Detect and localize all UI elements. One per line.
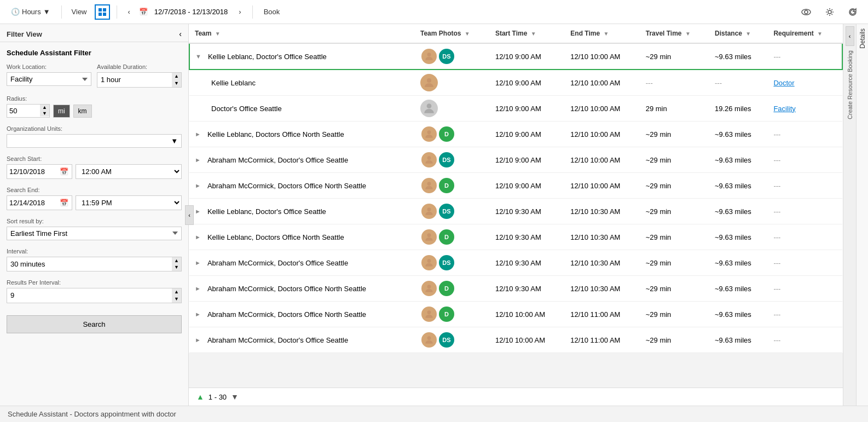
team-name: Abraham McCormick, Doctor's Office Seatt… bbox=[207, 156, 348, 164]
expand-icon[interactable]: ► bbox=[195, 285, 201, 292]
travel-time-cell: ~29 min bbox=[640, 327, 709, 353]
radius-up[interactable]: ▲ bbox=[40, 105, 49, 111]
search-start-calendar-icon[interactable]: 📅 bbox=[56, 166, 72, 177]
table-row[interactable]: ► Abraham McCormick, Doctor's Office Sea… bbox=[189, 147, 842, 173]
table-row[interactable]: ► Abraham McCormick, Doctors Office Nort… bbox=[189, 276, 842, 302]
avatar-person bbox=[420, 254, 438, 271]
duration-down[interactable]: ▼ bbox=[172, 80, 181, 87]
radius-row: ▲ ▼ mi km bbox=[7, 104, 182, 118]
pagination-up-icon[interactable]: ▲ bbox=[196, 392, 204, 401]
start-time-cell: 12/10 9:00 AM bbox=[490, 96, 565, 122]
expand-icon[interactable]: ► bbox=[195, 234, 201, 240]
start-time-cell: 12/10 9:30 AM bbox=[490, 250, 565, 276]
expand-icon[interactable]: ► bbox=[195, 157, 201, 163]
work-location-select[interactable]: Facility bbox=[7, 72, 91, 86]
unit-mi-button[interactable]: mi bbox=[53, 105, 70, 118]
avatar-pair: DS bbox=[420, 48, 484, 65]
interval-down[interactable]: ▼ bbox=[172, 264, 181, 271]
search-end-date-input[interactable] bbox=[7, 196, 56, 209]
work-location-field: Work Location: Facility bbox=[7, 63, 91, 88]
col-end-time[interactable]: End Time ▼ bbox=[565, 24, 640, 43]
photos-cell: DS bbox=[415, 327, 490, 353]
travel-time-cell: 29 min bbox=[640, 96, 709, 122]
collapse-right-button[interactable]: ‹ bbox=[846, 26, 854, 46]
svg-rect-0 bbox=[99, 8, 102, 11]
book-button[interactable]: Book bbox=[259, 5, 285, 18]
duration-up[interactable]: ▲ bbox=[172, 73, 181, 80]
radius-down[interactable]: ▼ bbox=[40, 111, 49, 117]
team-cell: ▼ Kellie Leblanc, Doctor's Office Seattl… bbox=[189, 43, 415, 70]
results-up[interactable]: ▲ bbox=[172, 288, 181, 296]
expand-icon[interactable]: ► bbox=[195, 208, 201, 215]
distance-cell: ~9.63 miles bbox=[709, 147, 768, 173]
expand-icon[interactable]: ► bbox=[195, 337, 201, 343]
avatar-person bbox=[420, 48, 438, 65]
expand-icon[interactable]: ▼ bbox=[195, 53, 201, 60]
expand-icon[interactable]: ► bbox=[195, 182, 201, 189]
unit-km-button[interactable]: km bbox=[73, 105, 92, 118]
col-photos[interactable]: Team Photos ▼ bbox=[415, 24, 490, 43]
distance-cell: 19.26 miles bbox=[709, 96, 768, 122]
search-button[interactable]: Search bbox=[7, 315, 182, 333]
search-start-time-select[interactable]: 12:00 AM bbox=[76, 164, 182, 179]
results-down[interactable]: ▼ bbox=[172, 296, 181, 303]
requirement-cell: Facility bbox=[768, 96, 842, 122]
table-row[interactable]: ► Abraham McCormick, Doctors Office Nort… bbox=[189, 173, 842, 199]
start-time-cell: 12/10 9:00 AM bbox=[490, 173, 565, 199]
filter-view-title: Filter View bbox=[7, 30, 42, 38]
col-travel-time[interactable]: Travel Time ▼ bbox=[640, 24, 709, 43]
table-row-expanded[interactable]: ▼ Kellie Leblanc, Doctor's Office Seattl… bbox=[189, 43, 842, 70]
details-label[interactable]: Details bbox=[859, 28, 866, 51]
grid-view-button[interactable] bbox=[95, 4, 110, 20]
filter-panel-collapse-handle[interactable]: ‹ bbox=[185, 205, 194, 225]
results-per-interval-input[interactable] bbox=[7, 289, 172, 302]
available-duration-label: Available Duration: bbox=[97, 63, 182, 70]
photos-cell: DS bbox=[415, 147, 490, 173]
org-units-dropdown[interactable]: ▼ bbox=[7, 134, 182, 148]
search-end-time-select[interactable]: 11:59 PM bbox=[76, 195, 182, 210]
divider-3 bbox=[252, 5, 253, 19]
col-requirement[interactable]: Requirement ▼ bbox=[768, 24, 842, 43]
svg-point-11 bbox=[427, 156, 431, 160]
table-row[interactable]: ► Abraham McCormick, Doctors Office Nort… bbox=[189, 302, 842, 327]
table-row[interactable]: ► Abraham McCormick, Doctor's Office Sea… bbox=[189, 327, 842, 353]
hours-button[interactable]: 🕔 Hours ▼ bbox=[7, 5, 55, 18]
col-team[interactable]: Team ▼ bbox=[189, 24, 415, 43]
available-duration-input[interactable] bbox=[97, 73, 172, 86]
requirement-link[interactable]: Facility bbox=[773, 105, 795, 113]
table-row[interactable]: ► Kellie Leblanc, Doctors Office North S… bbox=[189, 122, 842, 147]
requirement-link[interactable]: Doctor bbox=[773, 79, 794, 87]
pagination-down-icon[interactable]: ▼ bbox=[231, 392, 239, 401]
eye-button[interactable] bbox=[797, 6, 815, 18]
next-button[interactable]: › bbox=[234, 5, 245, 18]
expand-icon[interactable]: ► bbox=[195, 259, 201, 266]
team-name: Abraham McCormick, Doctors Office North … bbox=[207, 182, 366, 190]
create-resource-label[interactable]: Create Resource Booking bbox=[847, 46, 853, 124]
table-row[interactable]: ► Abraham McCormick, Doctor's Office Sea… bbox=[189, 250, 842, 276]
expand-icon[interactable]: ► bbox=[195, 311, 201, 317]
table-row[interactable]: ► Kellie Leblanc, Doctors Office North S… bbox=[189, 224, 842, 250]
start-time-cell: 12/10 9:30 AM bbox=[490, 199, 565, 224]
table-row[interactable]: ► Kellie Leblanc, Doctor's Office Seattl… bbox=[189, 199, 842, 224]
interval-input[interactable] bbox=[7, 258, 172, 270]
filter-collapse-button[interactable]: ‹ bbox=[179, 30, 182, 38]
refresh-button[interactable] bbox=[844, 5, 861, 19]
col-distance[interactable]: Distance ▼ bbox=[709, 24, 768, 43]
interval-up[interactable]: ▲ bbox=[172, 257, 181, 264]
radius-label: Radius: bbox=[7, 95, 182, 102]
start-time-cell: 12/10 9:00 AM bbox=[490, 70, 565, 96]
sort-select[interactable]: Earliest Time First bbox=[7, 227, 182, 240]
search-end-calendar-icon[interactable]: 📅 bbox=[56, 198, 72, 208]
search-start-date-input[interactable] bbox=[7, 165, 56, 178]
settings-button[interactable] bbox=[821, 5, 838, 19]
radius-input[interactable] bbox=[7, 105, 40, 117]
start-time-cell: 12/10 9:00 AM bbox=[490, 43, 565, 70]
avatar-pair: DS bbox=[420, 151, 484, 169]
expand-icon[interactable]: ► bbox=[195, 131, 201, 137]
book-label: Book bbox=[264, 8, 280, 16]
col-start-time[interactable]: Start Time ▼ bbox=[490, 24, 565, 43]
facility-avatar bbox=[420, 100, 438, 117]
team-cell: ► Abraham McCormick, Doctors Office Nort… bbox=[189, 276, 415, 302]
team-cell: ► Abraham McCormick, Doctors Office Nort… bbox=[189, 302, 415, 327]
prev-button[interactable]: ‹ bbox=[124, 5, 135, 18]
